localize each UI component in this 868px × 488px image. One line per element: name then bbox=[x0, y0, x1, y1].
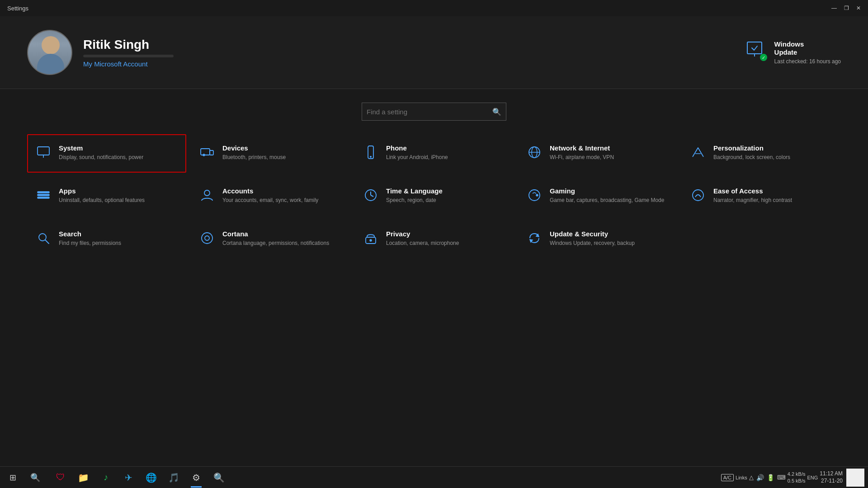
taskbar-system-icons: △ 🔊 🔋 ⌨ bbox=[749, 474, 786, 481]
setting-text-ease: Ease of Access Narrator, magnifier, high… bbox=[713, 187, 792, 204]
setting-item-personalization[interactable]: Personalization Background, lock screen,… bbox=[682, 134, 841, 173]
svg-rect-14 bbox=[38, 194, 49, 196]
search-taskbar-button[interactable]: 🔍 bbox=[24, 467, 46, 488]
setting-subtitle-cortana: Cortana language, permissions, notificat… bbox=[222, 239, 329, 247]
setting-subtitle-devices: Bluetooth, printers, mouse bbox=[222, 154, 286, 161]
setting-item-privacy[interactable]: Privacy Location, camera, microphone bbox=[354, 220, 514, 258]
setting-subtitle-ease: Narrator, magnifier, high contrast bbox=[713, 197, 792, 204]
titlebar: Settings — ❐ ✕ bbox=[0, 0, 868, 16]
user-section: Ritik Singh My Microsoft Account bbox=[27, 30, 174, 75]
setting-icon-privacy bbox=[363, 231, 379, 249]
taskbar-app-mcafee[interactable]: 🛡 bbox=[50, 467, 71, 488]
search-section: 🔍 bbox=[0, 89, 868, 130]
setting-item-gaming[interactable]: Gaming Game bar, captures, broadcasting,… bbox=[518, 177, 677, 216]
setting-subtitle-gaming: Game bar, captures, broadcasting, Game M… bbox=[550, 197, 664, 204]
svg-rect-15 bbox=[38, 197, 49, 198]
setting-title-devices: Devices bbox=[222, 144, 286, 152]
maximize-button[interactable]: ❐ bbox=[844, 5, 849, 11]
setting-item-apps[interactable]: Apps Uninstall, defaults, optional featu… bbox=[27, 177, 186, 216]
update-icon-wrap: ✓ bbox=[745, 40, 767, 62]
setting-title-system: System bbox=[59, 144, 143, 152]
ms-account-link[interactable]: My Microsoft Account bbox=[83, 60, 174, 68]
search-input[interactable] bbox=[367, 108, 489, 116]
notification-area[interactable] bbox=[846, 469, 864, 487]
setting-item-time[interactable]: Time & Language Speech, region, date bbox=[354, 177, 514, 216]
app-title: Settings bbox=[7, 5, 28, 12]
setting-title-network: Network & Internet bbox=[550, 144, 614, 152]
start-button[interactable]: ⊞ bbox=[2, 467, 24, 488]
setting-icon-system bbox=[35, 145, 52, 163]
setting-subtitle-personalization: Background, lock screen, colors bbox=[713, 154, 790, 161]
taskbar-left: ⊞ 🔍 bbox=[0, 467, 48, 488]
search-icon-button[interactable]: 🔍 bbox=[492, 108, 501, 116]
ac-badge: A/C bbox=[721, 474, 734, 481]
update-subtitle: Last checked: 16 hours ago bbox=[774, 58, 841, 65]
setting-text-devices: Devices Bluetooth, printers, mouse bbox=[222, 144, 286, 161]
clock-date: 27-11-20 bbox=[820, 478, 843, 485]
setting-title-phone: Phone bbox=[386, 144, 448, 152]
setting-icon-ease bbox=[690, 188, 706, 206]
update-text: WindowsUpdate Last checked: 16 hours ago bbox=[774, 40, 841, 65]
avatar-body bbox=[37, 54, 64, 74]
svg-line-22 bbox=[534, 192, 536, 193]
update-check-badge: ✓ bbox=[760, 54, 767, 61]
setting-item-accounts[interactable]: Accounts Your accounts, email, sync, wor… bbox=[191, 177, 350, 216]
minimize-button[interactable]: — bbox=[831, 5, 837, 11]
taskbar-app-itunes[interactable]: 🎵 bbox=[163, 467, 184, 488]
setting-item-network[interactable]: Network & Internet Wi-Fi, airplane mode,… bbox=[518, 134, 677, 173]
svg-point-24 bbox=[693, 190, 703, 201]
user-name: Ritik Singh bbox=[83, 38, 174, 52]
setting-icon-search bbox=[35, 231, 52, 249]
setting-item-ease[interactable]: Ease of Access Narrator, magnifier, high… bbox=[682, 177, 841, 216]
taskbar-apps: 🛡 📁 ♪ ✈ 🌐 🎵 ⚙ 🔍 bbox=[48, 467, 717, 488]
setting-subtitle-search: Find my files, permissions bbox=[59, 239, 121, 247]
search-bar[interactable]: 🔍 bbox=[362, 103, 506, 121]
taskbar-app-spotify[interactable]: ♪ bbox=[95, 467, 117, 488]
taskbar-app-edge[interactable]: 🌐 bbox=[140, 467, 162, 488]
avatar-head bbox=[42, 36, 60, 54]
svg-point-23 bbox=[536, 194, 538, 196]
taskbar-app-telegram[interactable]: ✈ bbox=[118, 467, 139, 488]
setting-item-cortana[interactable]: Cortana Cortana language, permissions, n… bbox=[191, 220, 350, 258]
taskbar-app-settings[interactable]: ⚙ bbox=[185, 467, 207, 488]
svg-line-26 bbox=[45, 240, 49, 244]
setting-title-accounts: Accounts bbox=[222, 187, 318, 195]
keyboard-icon: ⌨ bbox=[777, 474, 786, 481]
setting-text-phone: Phone Link your Android, iPhone bbox=[386, 144, 448, 161]
windows-update-section[interactable]: ✓ WindowsUpdate Last checked: 16 hours a… bbox=[745, 40, 841, 65]
setting-item-search[interactable]: Search Find my files, permissions bbox=[27, 220, 186, 258]
setting-icon-network bbox=[526, 145, 542, 163]
avatar-image bbox=[28, 31, 71, 74]
setting-text-privacy: Privacy Location, camera, microphone bbox=[386, 230, 459, 247]
setting-icon-apps bbox=[35, 188, 52, 206]
setting-text-update: Update & Security Windows Update, recove… bbox=[550, 230, 635, 247]
language-label: ENG bbox=[807, 475, 818, 480]
setting-subtitle-privacy: Location, camera, microphone bbox=[386, 239, 459, 247]
taskbar-app-search2[interactable]: 🔍 bbox=[208, 467, 230, 488]
setting-item-update[interactable]: Update & Security Windows Update, recove… bbox=[518, 220, 677, 258]
setting-item-devices[interactable]: Devices Bluetooth, printers, mouse bbox=[191, 134, 350, 173]
svg-rect-4 bbox=[201, 149, 210, 155]
setting-text-accounts: Accounts Your accounts, email, sync, wor… bbox=[222, 187, 318, 204]
links-label: Links bbox=[736, 475, 747, 480]
setting-item-phone[interactable]: Phone Link your Android, iPhone bbox=[354, 134, 514, 173]
close-button[interactable]: ✕ bbox=[856, 5, 861, 11]
svg-rect-13 bbox=[38, 192, 49, 193]
setting-icon-personalization bbox=[690, 145, 706, 163]
setting-item-system[interactable]: System Display, sound, notifications, po… bbox=[27, 134, 186, 173]
setting-text-cortana: Cortana Cortana language, permissions, n… bbox=[222, 230, 329, 247]
svg-rect-0 bbox=[747, 42, 762, 54]
window-controls: — ❐ ✕ bbox=[831, 5, 861, 11]
setting-text-time: Time & Language Speech, region, date bbox=[386, 187, 443, 204]
network-down-label: 4.2 kB/s bbox=[788, 471, 806, 477]
setting-title-gaming: Gaming bbox=[550, 187, 664, 195]
svg-point-30 bbox=[370, 239, 372, 241]
taskbar-app-explorer[interactable]: 📁 bbox=[72, 467, 94, 488]
network-up-label: 0.5 kB/s bbox=[788, 478, 806, 484]
header: Ritik Singh My Microsoft Account ✓ Windo… bbox=[0, 16, 868, 89]
update-title: WindowsUpdate bbox=[774, 40, 841, 56]
settings-grid: System Display, sound, notifications, po… bbox=[0, 130, 868, 263]
setting-subtitle-time: Speech, region, date bbox=[386, 197, 443, 204]
svg-point-6 bbox=[203, 154, 205, 156]
setting-text-apps: Apps Uninstall, defaults, optional featu… bbox=[59, 187, 145, 204]
